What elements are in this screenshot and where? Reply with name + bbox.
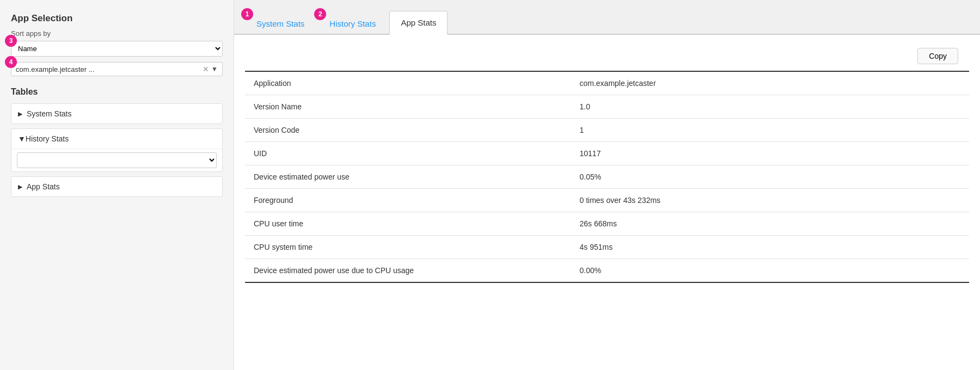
copy-button[interactable]: Copy bbox=[917, 48, 958, 64]
app-selector[interactable]: com.example.jetcaster ... ✕ ▼ bbox=[11, 62, 223, 76]
stat-value: 0 times over 43s 232ms bbox=[571, 189, 970, 212]
stat-key: CPU system time bbox=[245, 236, 571, 259]
tab-system-stats-label: System Stats bbox=[256, 19, 304, 28]
tables-title: Tables bbox=[11, 87, 223, 97]
content-area: Copy Application com.example.jetcaster V… bbox=[234, 35, 980, 370]
stat-value: 4s 951ms bbox=[571, 236, 970, 259]
app-stats-arrow-icon: ▶ bbox=[18, 183, 22, 190]
sidebar-title: App Selection bbox=[11, 13, 223, 24]
app-stats-label: App Stats bbox=[27, 182, 60, 191]
badge-3: 3 bbox=[5, 35, 17, 47]
app-selector-arrow-icon[interactable]: ▼ bbox=[211, 65, 218, 73]
stat-value: 0.05% bbox=[571, 165, 970, 189]
stat-value: 26s 668ms bbox=[571, 212, 970, 236]
stats-table: Application com.example.jetcaster Versio… bbox=[245, 72, 969, 283]
table-row: Device estimated power use 0.05% bbox=[245, 165, 969, 189]
tab-badge-2: 2 bbox=[314, 8, 326, 20]
stat-key: Device estimated power use due to CPU us… bbox=[245, 259, 571, 283]
system-stats-label: System Stats bbox=[27, 109, 71, 118]
app-selector-text: com.example.jetcaster ... bbox=[16, 65, 203, 73]
table-row: Device estimated power use due to CPU us… bbox=[245, 259, 969, 283]
main-content: 1 System Stats 2 History Stats App Stats… bbox=[234, 0, 980, 370]
stat-key: UID bbox=[245, 142, 571, 165]
copy-bar: Copy bbox=[245, 44, 969, 72]
stat-value: com.example.jetcaster bbox=[571, 72, 970, 95]
stat-value: 10117 bbox=[571, 142, 970, 165]
stat-key: Version Name bbox=[245, 95, 571, 119]
table-item-history-stats: ▼ History Stats bbox=[11, 128, 223, 172]
history-stats-header[interactable]: ▼ History Stats bbox=[11, 129, 222, 149]
history-dropdown-select[interactable] bbox=[17, 152, 217, 168]
tabs-bar: 1 System Stats 2 History Stats App Stats bbox=[234, 0, 980, 35]
table-item-system-stats[interactable]: ▶ System Stats bbox=[11, 103, 223, 124]
sort-select[interactable]: Name Package UID bbox=[11, 41, 223, 57]
tab-history-stats[interactable]: 2 History Stats bbox=[318, 12, 387, 35]
table-row: Version Name 1.0 bbox=[245, 95, 969, 119]
tab-system-stats[interactable]: 1 System Stats bbox=[245, 12, 316, 35]
history-stats-arrow-icon: ▼ bbox=[18, 134, 26, 143]
app-selector-clear-icon[interactable]: ✕ bbox=[203, 65, 209, 73]
table-row: Version Code 1 bbox=[245, 119, 969, 142]
table-row: CPU user time 26s 668ms bbox=[245, 212, 969, 236]
table-row: Application com.example.jetcaster bbox=[245, 72, 969, 95]
table-row: CPU system time 4s 951ms bbox=[245, 236, 969, 259]
stat-key: Foreground bbox=[245, 189, 571, 212]
tab-app-stats-label: App Stats bbox=[401, 18, 436, 27]
tab-history-stats-label: History Stats bbox=[329, 19, 376, 28]
sidebar: App Selection Sort apps by 3 Name Packag… bbox=[0, 0, 234, 370]
history-stats-label: History Stats bbox=[26, 134, 69, 143]
stat-key: CPU user time bbox=[245, 212, 571, 236]
stat-key: Version Code bbox=[245, 119, 571, 142]
table-row: UID 10117 bbox=[245, 142, 969, 165]
stat-value: 0.00% bbox=[571, 259, 970, 283]
stat-value: 1 bbox=[571, 119, 970, 142]
tab-badge-1: 1 bbox=[241, 8, 253, 20]
sort-label: Sort apps by bbox=[11, 29, 223, 38]
table-item-app-stats[interactable]: ▶ App Stats bbox=[11, 176, 223, 197]
stat-value: 1.0 bbox=[571, 95, 970, 119]
badge-4: 4 bbox=[5, 56, 17, 68]
table-row: Foreground 0 times over 43s 232ms bbox=[245, 189, 969, 212]
stat-key: Application bbox=[245, 72, 571, 95]
history-stats-dropdown bbox=[11, 149, 222, 171]
system-stats-arrow-icon: ▶ bbox=[18, 110, 22, 118]
stat-key: Device estimated power use bbox=[245, 165, 571, 189]
tab-app-stats[interactable]: App Stats bbox=[389, 11, 448, 35]
